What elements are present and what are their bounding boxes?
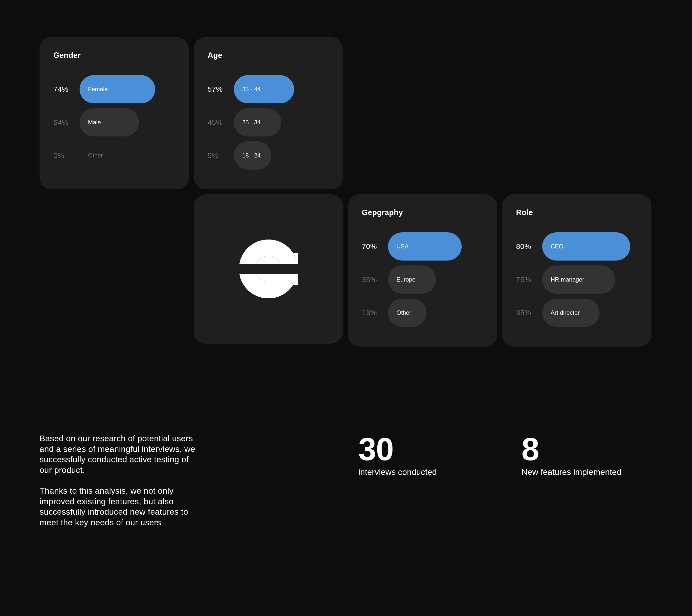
stat-features: 8 New features implemented xyxy=(521,433,621,538)
pill-row: 57% 35 - 44 xyxy=(208,75,329,103)
percent-value: 5% xyxy=(208,151,234,160)
pill-bar: CEO xyxy=(542,232,630,260)
pill-bar: 25 - 34 xyxy=(234,108,281,136)
pill-bar: 35 - 44 xyxy=(234,75,294,103)
pill-row: 0% Other xyxy=(53,142,175,170)
age-card: Age 57% 35 - 44 45% 25 - 34 5% 18 - 24 xyxy=(194,37,343,189)
stat-number: 30 xyxy=(358,433,512,465)
pill-row: 70% USA xyxy=(362,232,483,260)
logo-card xyxy=(194,194,343,344)
logo-icon xyxy=(236,239,301,298)
pill-bar: USA xyxy=(388,232,462,260)
pill-row: 74% Female xyxy=(53,75,175,103)
pill-bar: Art director xyxy=(542,299,600,327)
svg-rect-2 xyxy=(239,264,298,274)
card-title: Gepgraphy xyxy=(362,208,483,217)
card-title: Gender xyxy=(53,51,175,60)
percent-value: 0% xyxy=(53,151,80,160)
stat-label: New features implemented xyxy=(521,467,621,477)
description-p1: Based on our research of potential users… xyxy=(40,433,200,475)
percent-value: 35% xyxy=(516,309,542,317)
percent-value: 80% xyxy=(516,242,542,251)
pill-bar: 18 - 24 xyxy=(234,142,272,170)
pill-row: 64% Male xyxy=(53,108,175,136)
pill-bar: Male xyxy=(80,108,139,136)
geography-card: Gepgraphy 70% USA 35% Europe 13% Other xyxy=(348,194,497,346)
role-card: Role 80% CEO 75% HR manager 35% Art dire… xyxy=(502,194,651,346)
pill-row: 45% 25 - 34 xyxy=(208,108,329,136)
percent-value: 70% xyxy=(362,242,388,251)
pill-bar: Other xyxy=(388,299,427,327)
pill-row: 35% Europe xyxy=(362,265,483,294)
percent-value: 45% xyxy=(208,118,234,127)
percent-value: 75% xyxy=(516,275,542,284)
description-p2: Thanks to this analysis, we not only imp… xyxy=(40,486,200,528)
pill-bar: Europe xyxy=(388,265,436,294)
percent-value: 57% xyxy=(208,85,234,93)
percent-value: 35% xyxy=(362,275,388,284)
stat-interviews: 30 interviews conducted xyxy=(358,433,512,538)
gender-card: Gender 74% Female 64% Male 0% Other xyxy=(40,37,189,189)
percent-value: 13% xyxy=(362,309,388,317)
description-column: Based on our research of potential users… xyxy=(40,433,200,538)
pill-row: 75% HR manager xyxy=(516,265,637,294)
percent-value: 74% xyxy=(53,85,80,93)
pill-label: Other xyxy=(80,152,103,159)
top-row: Gender 74% Female 64% Male 0% Other Age … xyxy=(40,37,652,189)
pill-bar: HR manager xyxy=(542,265,615,294)
card-title: Age xyxy=(208,51,329,60)
stat-number: 8 xyxy=(521,433,621,465)
card-title: Role xyxy=(516,208,637,217)
pill-row: 35% Art director xyxy=(516,299,637,327)
bottom-section: Based on our research of potential users… xyxy=(40,433,652,538)
pill-row: 13% Other xyxy=(362,299,483,327)
percent-value: 64% xyxy=(53,118,80,127)
pill-bar: Female xyxy=(80,75,155,103)
second-row: Gepgraphy 70% USA 35% Europe 13% Other R… xyxy=(194,194,652,346)
pill-row: 80% CEO xyxy=(516,232,637,260)
stat-label: interviews conducted xyxy=(358,467,512,477)
pill-row: 5% 18 - 24 xyxy=(208,142,329,170)
